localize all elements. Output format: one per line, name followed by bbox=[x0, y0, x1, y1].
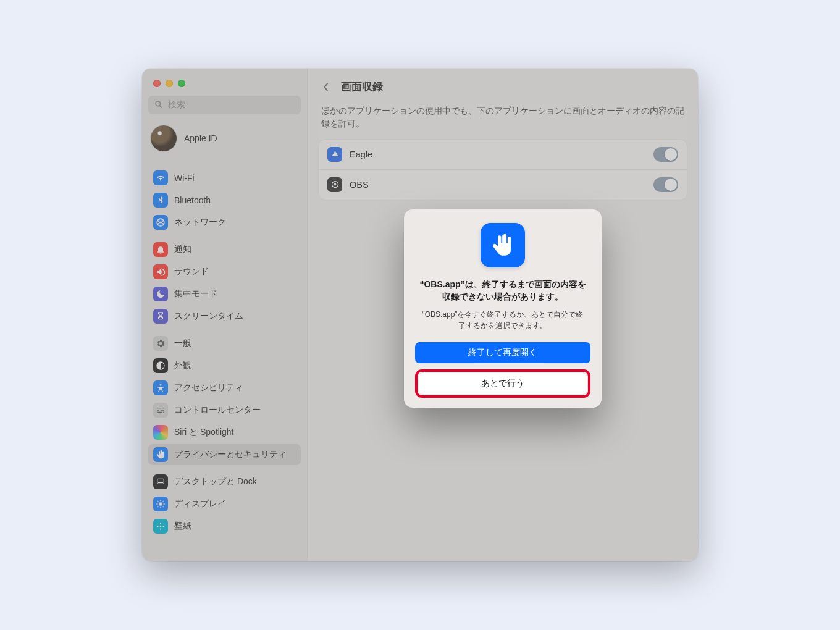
sidebar-section: 通知 サウンド 集中モード スクリーンタイム bbox=[148, 233, 301, 327]
app-name: Eagle bbox=[350, 149, 646, 159]
app-row-obs: OBS bbox=[319, 169, 687, 200]
svg-point-5 bbox=[160, 526, 162, 527]
quit-and-reopen-button[interactable]: 終了して再度開く bbox=[415, 342, 590, 363]
zoom-window-button[interactable] bbox=[178, 80, 185, 87]
sidebar-item-focus[interactable]: 集中モード bbox=[148, 284, 301, 304]
title-bar: 画面収録 bbox=[319, 76, 687, 104]
gear-icon bbox=[153, 336, 168, 351]
annotation-highlight: あとで行う bbox=[415, 369, 590, 398]
sidebar-item-screentime[interactable]: スクリーンタイム bbox=[148, 306, 301, 327]
eagle-app-icon bbox=[327, 147, 342, 162]
page-description: ほかのアプリケーションの使用中でも、下のアプリケーションに画面とオーディオの内容… bbox=[319, 104, 687, 140]
sidebar-item-label: Bluetooth bbox=[174, 195, 211, 205]
app-row-eagle: Eagle bbox=[319, 140, 687, 169]
sidebar-item-wifi[interactable]: Wi-Fi bbox=[148, 167, 301, 188]
page-title: 画面収録 bbox=[341, 80, 383, 94]
privacy-hand-icon bbox=[481, 223, 525, 267]
sun-icon bbox=[153, 497, 168, 511]
globe-icon bbox=[153, 215, 168, 230]
svg-point-1 bbox=[160, 384, 162, 386]
dialog-subtitle: “OBS.app”を今すぐ終了するか、あとで自分で終了するかを選択できます。 bbox=[415, 309, 590, 331]
sidebar-item-label: Siri と Spotlight bbox=[174, 427, 233, 438]
hand-icon bbox=[153, 447, 168, 462]
sidebar-item-label: 集中モード bbox=[174, 288, 217, 300]
appearance-icon bbox=[153, 358, 168, 373]
sidebar-item-wallpaper[interactable]: 壁紙 bbox=[148, 516, 301, 537]
svg-point-7 bbox=[334, 183, 336, 186]
sidebar-item-accessibility[interactable]: アクセシビリティ bbox=[148, 377, 301, 398]
speaker-icon bbox=[153, 264, 168, 279]
dialog-title: “OBS.app”は、終了するまで画面の内容を収録できない場合があります。 bbox=[415, 279, 590, 303]
svg-rect-2 bbox=[158, 479, 164, 484]
sidebar-item-label: プライバシーとセキュリティ bbox=[174, 449, 287, 460]
sidebar-item-label: アクセシビリティ bbox=[174, 382, 243, 393]
back-button[interactable] bbox=[320, 81, 332, 93]
apple-id-row[interactable]: Apple ID bbox=[148, 122, 301, 161]
accessibility-icon bbox=[153, 380, 168, 395]
sidebar-item-appearance[interactable]: 外観 bbox=[148, 355, 301, 376]
obs-app-icon bbox=[327, 177, 342, 192]
sidebar-item-label: デスクトップと Dock bbox=[174, 476, 257, 487]
search-icon bbox=[154, 100, 163, 111]
hourglass-icon bbox=[153, 309, 168, 324]
bluetooth-icon bbox=[153, 193, 168, 208]
sidebar-item-siri[interactable]: Siri と Spotlight bbox=[148, 422, 301, 443]
sidebar-item-label: スクリーンタイム bbox=[174, 311, 243, 322]
sidebar-item-label: サウンド bbox=[174, 266, 209, 277]
sidebar-item-displays[interactable]: ディスプレイ bbox=[148, 494, 301, 514]
dock-icon bbox=[153, 474, 168, 489]
close-window-button[interactable] bbox=[153, 80, 161, 87]
sidebar-item-label: 通知 bbox=[174, 244, 191, 255]
window-controls bbox=[148, 76, 301, 96]
later-button[interactable]: あとで行う bbox=[419, 373, 587, 394]
sidebar-item-privacy[interactable]: プライバシーとセキュリティ bbox=[148, 444, 301, 465]
sliders-icon bbox=[153, 403, 168, 418]
permission-dialog: “OBS.app”は、終了するまで画面の内容を収録できない場合があります。 “O… bbox=[404, 209, 602, 408]
sidebar-item-network[interactable]: ネットワーク bbox=[148, 212, 301, 233]
sidebar: 検索 Apple ID Wi-Fi Bluetooth ネットワーク bbox=[142, 69, 308, 561]
sidebar-item-label: ネットワーク bbox=[174, 217, 226, 228]
apple-id-label: Apple ID bbox=[184, 133, 217, 143]
sidebar-item-controlcenter[interactable]: コントロールセンター bbox=[148, 400, 301, 421]
sidebar-section: デスクトップと Dock ディスプレイ 壁紙 bbox=[148, 465, 301, 537]
sidebar-item-general[interactable]: 一般 bbox=[148, 333, 301, 354]
toggle-eagle[interactable] bbox=[653, 147, 678, 162]
sidebar-item-notifications[interactable]: 通知 bbox=[148, 239, 301, 260]
sidebar-item-desktop[interactable]: デスクトップと Dock bbox=[148, 471, 301, 492]
sidebar-section: 一般 外観 アクセシビリティ コントロールセンター Siri と Spotlig… bbox=[148, 327, 301, 465]
sidebar-item-bluetooth[interactable]: Bluetooth bbox=[148, 190, 301, 211]
avatar bbox=[151, 125, 177, 151]
search-field[interactable]: 検索 bbox=[148, 96, 301, 114]
sidebar-item-label: Wi-Fi bbox=[174, 173, 195, 183]
svg-rect-3 bbox=[158, 482, 163, 483]
moon-icon bbox=[153, 287, 168, 301]
sidebar-item-sound[interactable]: サウンド bbox=[148, 261, 301, 282]
sidebar-item-label: 外観 bbox=[174, 360, 191, 371]
siri-icon bbox=[153, 425, 168, 440]
minimize-window-button[interactable] bbox=[166, 80, 173, 87]
sidebar-item-label: ディスプレイ bbox=[174, 498, 226, 510]
app-name: OBS bbox=[350, 180, 646, 190]
wifi-icon bbox=[153, 170, 168, 185]
bell-icon bbox=[153, 242, 168, 257]
toggle-obs[interactable] bbox=[653, 177, 678, 192]
app-permission-list: Eagle OBS bbox=[319, 140, 687, 200]
sidebar-item-label: 一般 bbox=[174, 338, 191, 349]
sidebar-item-label: コントロールセンター bbox=[174, 405, 261, 416]
sidebar-section: Wi-Fi Bluetooth ネットワーク bbox=[148, 161, 301, 233]
system-settings-window: 検索 Apple ID Wi-Fi Bluetooth ネットワーク bbox=[142, 69, 698, 561]
svg-point-4 bbox=[159, 502, 162, 505]
search-placeholder: 検索 bbox=[168, 99, 185, 111]
sidebar-item-label: 壁紙 bbox=[174, 521, 191, 532]
flower-icon bbox=[153, 519, 168, 534]
